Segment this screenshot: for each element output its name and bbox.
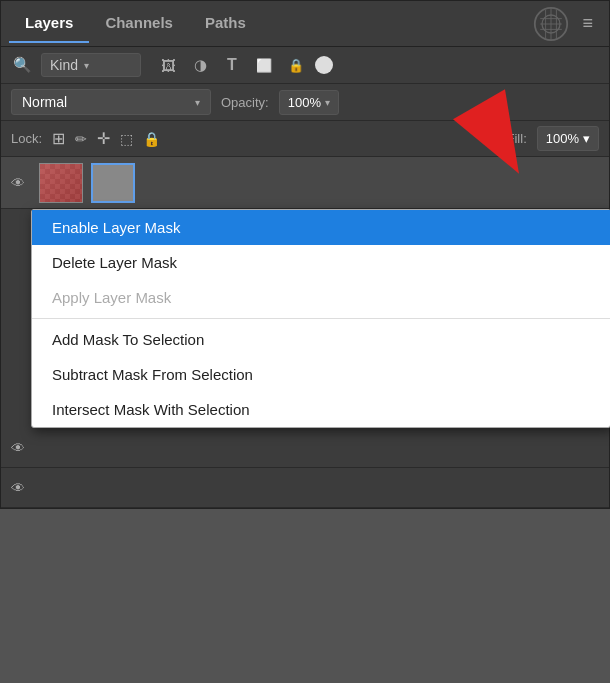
lock-all-icon[interactable]: 🔒 xyxy=(143,131,160,147)
context-divider-1 xyxy=(32,318,610,319)
layer-row-2: 👁 xyxy=(1,428,609,468)
lock-row: Lock: ⊞ ✏ ✛ ⬚ 🔒 Fill: 100% ▾ xyxy=(1,121,609,157)
context-item-enable-layer-mask[interactable]: Enable Layer Mask xyxy=(32,210,610,245)
opacity-chevron: ▾ xyxy=(325,97,330,108)
fill-input[interactable]: 100% ▾ xyxy=(537,126,599,151)
kind-chevron: ▾ xyxy=(84,60,89,71)
lock-label: Lock: xyxy=(11,131,42,146)
context-item-intersect-mask[interactable]: Intersect Mask With Selection xyxy=(32,392,610,427)
tab-paths[interactable]: Paths xyxy=(189,4,262,43)
eye-visibility-icon[interactable]: 👁 xyxy=(11,175,31,191)
context-item-delete-layer-mask[interactable]: Delete Layer Mask xyxy=(32,245,610,280)
tab-layers[interactable]: Layers xyxy=(9,4,89,43)
lock-move-icon[interactable]: ✛ xyxy=(97,129,110,148)
smart-filter-icon[interactable]: 🔒 xyxy=(285,54,307,76)
layer-thumbnail xyxy=(39,163,83,203)
lock-paint-icon[interactable]: ✏ xyxy=(75,131,87,147)
filter-circle[interactable] xyxy=(315,56,333,74)
layer-row-main[interactable]: 👁 xyxy=(1,157,609,209)
filter-icons: 🖼 ◑ T ⬜ 🔒 xyxy=(157,54,307,76)
opacity-input[interactable]: 100% ▾ xyxy=(279,90,339,115)
filter-row: 🔍 Kind ▾ 🖼 ◑ T ⬜ 🔒 xyxy=(1,47,609,84)
layer-row-3: 👁 xyxy=(1,468,609,508)
lock-icons-group: ⊞ ✏ ✛ ⬚ 🔒 xyxy=(52,129,160,148)
kind-label: Kind xyxy=(50,57,78,73)
eye-icon-2[interactable]: 👁 xyxy=(11,440,31,456)
blend-mode-dropdown[interactable]: Normal ▾ xyxy=(11,89,211,115)
context-item-apply-layer-mask: Apply Layer Mask xyxy=(32,280,610,315)
kind-dropdown[interactable]: Kind ▾ xyxy=(41,53,141,77)
tab-bar: Layers Channels Paths ≡ xyxy=(1,1,609,47)
context-item-subtract-mask[interactable]: Subtract Mask From Selection xyxy=(32,357,610,392)
blend-mode-label: Normal xyxy=(22,94,67,110)
opacity-val: 100% xyxy=(288,95,321,110)
fill-val: 100% xyxy=(546,131,579,146)
opacity-label: Opacity: xyxy=(221,95,269,110)
context-menu: Enable Layer Mask Delete Layer Mask Appl… xyxy=(31,209,610,428)
text-filter-icon[interactable]: T xyxy=(221,54,243,76)
layer-mask-thumbnail xyxy=(91,163,135,203)
lock-artboard-icon[interactable]: ⬚ xyxy=(120,131,133,147)
eye-icon-3[interactable]: 👁 xyxy=(11,480,31,496)
search-icon: 🔍 xyxy=(11,54,33,76)
panel-menu-icon[interactable]: ≡ xyxy=(574,9,601,38)
fill-chevron: ▾ xyxy=(583,131,590,146)
image-filter-icon[interactable]: 🖼 xyxy=(157,54,179,76)
adjustment-filter-icon[interactable]: ◑ xyxy=(189,54,211,76)
tab-channels[interactable]: Channels xyxy=(89,4,189,43)
context-item-add-mask-to-selection[interactable]: Add Mask To Selection xyxy=(32,322,610,357)
blend-row: Normal ▾ Opacity: 100% ▾ xyxy=(1,84,609,121)
lock-pixels-icon[interactable]: ⊞ xyxy=(52,129,65,148)
photoshop-logo xyxy=(528,1,574,47)
fill-label: Fill: xyxy=(507,131,527,146)
layers-panel: Layers Channels Paths ≡ 🔍 Kind ▾ � xyxy=(0,0,610,509)
blend-mode-chevron: ▾ xyxy=(195,97,200,108)
shape-filter-icon[interactable]: ⬜ xyxy=(253,54,275,76)
